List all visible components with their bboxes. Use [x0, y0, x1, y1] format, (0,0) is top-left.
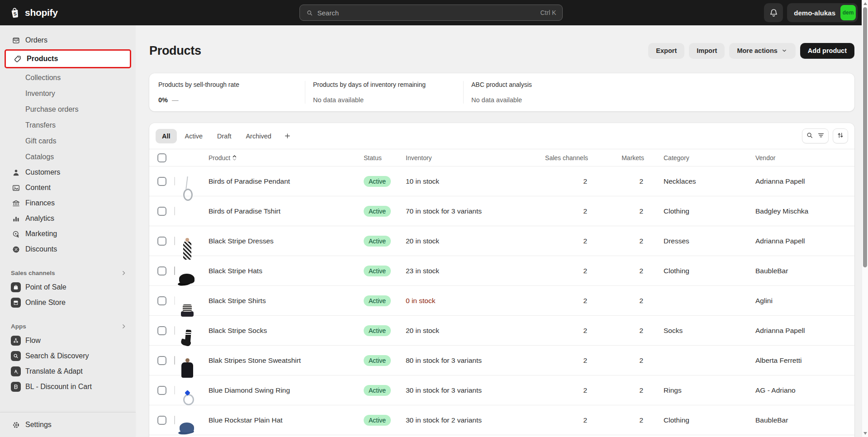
sidebar-item-products[interactable]: Products [6, 51, 130, 67]
main-content: Products Export Import More actions Add … [136, 25, 868, 437]
sidebar-item-gift-cards[interactable]: Gift cards [5, 133, 131, 149]
export-button[interactable]: Export [648, 43, 684, 59]
sidebar-item-translate-adapt[interactable]: Translate & Adapt [5, 364, 131, 379]
vendor-cell: Adrianna Papell [755, 237, 846, 245]
sidebar-item-label: Point of Sale [25, 283, 66, 291]
sidebar-item-label: Search & Discovery [25, 352, 89, 360]
sidebar-item-inventory[interactable]: Inventory [5, 86, 131, 101]
shopify-logo[interactable]: S shopify [0, 6, 58, 19]
status-badge: Active [364, 385, 391, 396]
column-header-markets: Markets [588, 154, 644, 162]
sidebar-item-settings[interactable]: Settings [5, 417, 131, 433]
more-actions-button[interactable]: More actions [729, 43, 795, 59]
sidebar-item-finances[interactable]: Finances [5, 195, 131, 211]
tab-all[interactable]: All [156, 129, 177, 143]
table-row[interactable]: Black Stripe HatsActive23 in stock22Clot… [149, 256, 854, 286]
tab-archived[interactable]: Archived [239, 129, 277, 143]
table-row[interactable]: Black Stripe ShirtsActive0 in stock22Agl… [149, 286, 854, 316]
notifications-button[interactable] [764, 3, 783, 22]
sidebar-item-search-discovery[interactable]: Search & Discovery [5, 348, 131, 364]
translate-adapt-app-icon [11, 366, 21, 376]
row-checkbox[interactable] [157, 177, 166, 186]
sidebar-item-point-of-sale[interactable]: Point of Sale [5, 280, 131, 295]
product-name[interactable]: Black Stripe Shirts [209, 297, 364, 305]
table-row[interactable]: Black Stripe SocksActive20 in stock22Soc… [149, 316, 854, 346]
product-name[interactable]: Black Stripe Hats [209, 267, 364, 275]
import-button[interactable]: Import [689, 43, 725, 59]
insight-abc-analysis[interactable]: ABC product analysis No data available [464, 81, 854, 104]
product-name[interactable]: Black Stripe Dresses [209, 237, 364, 245]
add-view-button[interactable] [280, 129, 295, 143]
tab-active[interactable]: Active [179, 129, 209, 143]
insight-value: No data available [471, 96, 845, 104]
row-checkbox[interactable] [157, 326, 166, 335]
table-row[interactable]: Blue Diamond Swing RingActive30 in stock… [149, 375, 854, 405]
sidebar-item-content[interactable]: Content [5, 180, 131, 195]
sidebar-item-transfers[interactable]: Transfers [5, 117, 131, 133]
product-thumbnail-sock [174, 326, 175, 335]
column-header-product[interactable]: Product [209, 154, 364, 162]
search-and-filter-button[interactable] [802, 128, 829, 143]
svg-text:S: S [13, 11, 17, 17]
scrollbar-thumb[interactable] [863, 7, 867, 267]
insight-title: Products by sell-through rate [158, 81, 296, 88]
insight-days-of-inventory[interactable]: Products by days of inventory remaining … [305, 81, 464, 104]
page-scrollbar[interactable] [862, 0, 868, 437]
sidebar-item-flow[interactable]: Flow [5, 333, 131, 348]
sidebar-item-online-store[interactable]: Online Store [5, 295, 131, 310]
sort-arrows-icon [836, 131, 844, 141]
scrollbar-up-arrow[interactable] [863, 2, 867, 5]
vendor-cell: Badgley Mischka [755, 207, 846, 215]
row-checkbox[interactable] [157, 356, 166, 365]
sidebar-item-customers[interactable]: Customers [5, 165, 131, 180]
sidebar-item-collections[interactable]: Collections [5, 70, 131, 86]
table-row[interactable]: Blue Rockstar Plain HatActive30 in stock… [149, 405, 854, 435]
discounts-icon [11, 244, 21, 254]
table-row[interactable]: Blak Stripes Stone SweatshirtActive80 in… [149, 346, 854, 375]
category-cell: Necklaces [644, 177, 755, 185]
add-product-button[interactable]: Add product [800, 43, 854, 59]
vendor-cell: Adrianna Papell [755, 177, 846, 185]
sidebar-item-label: Online Store [25, 299, 66, 307]
row-checkbox[interactable] [157, 266, 166, 276]
product-name[interactable]: Birds of Paradise Pendant [209, 177, 364, 185]
sidebar-item-catalogs[interactable]: Catalogs [5, 149, 131, 165]
sidebar-item-label: Inventory [25, 90, 55, 98]
product-name[interactable]: Blue Diamond Swing Ring [209, 386, 364, 394]
sidebar-item-analytics[interactable]: Analytics [5, 211, 131, 226]
row-checkbox[interactable] [157, 207, 166, 216]
online-store-app-icon [11, 298, 21, 308]
search-shortcut-hint: Ctrl K [541, 9, 556, 16]
insight-sell-through-rate[interactable]: Products by sell-through rate 0% — [149, 81, 305, 104]
sidebar-item-discounts[interactable]: Discounts [5, 242, 131, 257]
finances-icon [11, 198, 21, 208]
sidebar-item-marketing[interactable]: Marketing [5, 226, 131, 242]
row-checkbox[interactable] [157, 237, 166, 246]
sidebar-item-bl-discount-in-cart[interactable]: BL - Discount in Cart [5, 379, 131, 394]
table-row[interactable]: Birds of Paradise TshirtActive70 in stoc… [149, 196, 854, 226]
topbar-right: demo-alukas dem [764, 3, 862, 22]
sidebar-section-sales-channels[interactable]: Sales channels [5, 266, 131, 280]
tab-draft[interactable]: Draft [211, 129, 237, 143]
sidebar-item-purchase-orders[interactable]: Purchase orders [5, 101, 131, 117]
scrollbar-down-arrow[interactable] [863, 432, 867, 435]
product-name[interactable]: Birds of Paradise Tshirt [209, 207, 364, 215]
product-name[interactable]: Black Stripe Socks [209, 327, 364, 335]
table-row[interactable]: Black Stripe DressesActive20 in stock22D… [149, 226, 854, 256]
row-checkbox[interactable] [157, 416, 166, 425]
global-search-input[interactable]: Search Ctrl K [299, 5, 563, 21]
status-badge: Active [364, 206, 391, 217]
inventory-cell: 30 in stock for 2 variants [406, 416, 543, 424]
product-name[interactable]: Blak Stripes Stone Sweatshirt [209, 356, 364, 365]
sidebar-section-apps[interactable]: Apps [5, 319, 131, 333]
sidebar-item-orders[interactable]: Orders [5, 33, 131, 48]
account-menu-button[interactable]: demo-alukas dem [787, 3, 858, 22]
select-all-checkbox[interactable] [157, 153, 166, 162]
sort-button[interactable] [833, 128, 848, 143]
sales-channels-cell: 2 [543, 207, 588, 215]
table-body: Birds of Paradise PendantActive10 in sto… [149, 166, 854, 435]
row-checkbox[interactable] [157, 386, 166, 395]
product-name[interactable]: Blue Rockstar Plain Hat [209, 416, 364, 424]
row-checkbox[interactable] [157, 296, 166, 305]
table-row[interactable]: Birds of Paradise PendantActive10 in sto… [149, 166, 854, 196]
